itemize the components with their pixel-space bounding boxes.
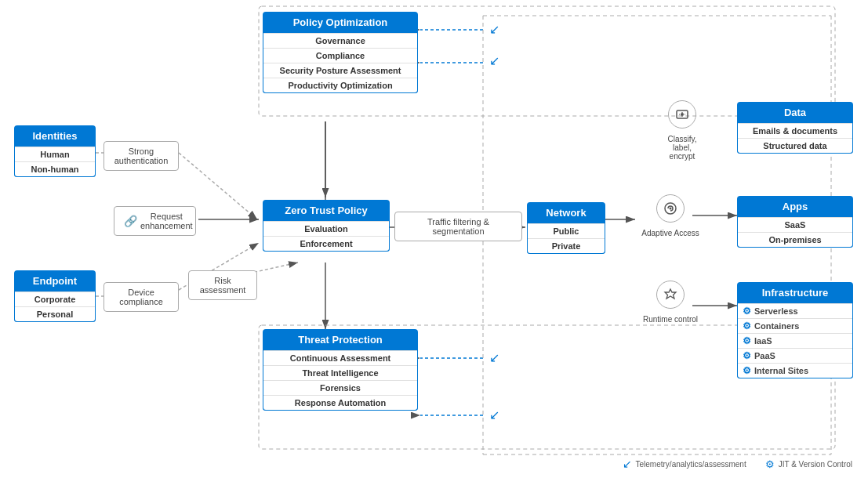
telemetry-icon-4: ↙	[489, 407, 499, 422]
data-item-structured: Structured data	[738, 138, 852, 153]
infra-item-internalsites: ⚙ Internal Sites	[738, 363, 852, 378]
network-box: Network Public Private	[527, 202, 605, 254]
network-title: Network	[527, 202, 605, 223]
telemetry-icon-3: ↙	[489, 350, 499, 365]
policy-item-security-posture: Security Posture Assessment	[263, 63, 417, 78]
infra-item-iaas: ⚙ IaaS	[738, 333, 852, 348]
runtime-control-box: Runtime control	[639, 281, 702, 324]
adaptive-access-icon	[656, 194, 685, 223]
threat-item-forensics: Forensics	[263, 380, 417, 395]
apps-item-onprem: On-premises	[738, 232, 852, 247]
threat-protection-items: Continuous Assessment Threat Intelligenc…	[263, 350, 418, 411]
request-enhancement-label: 🔗 Request enhancement	[114, 206, 196, 236]
jit-icon-iaas: ⚙	[743, 335, 751, 346]
jit-icon-serverless: ⚙	[743, 306, 751, 317]
infra-item-paas: ⚙ PaaS	[738, 348, 852, 363]
threat-protection-title: Threat Protection	[263, 329, 418, 350]
legend: ↙ Telemetry/analytics/assessment ⚙ JIT &…	[623, 458, 852, 470]
policy-optimization-box: Policy Optimization Governance Complianc…	[263, 12, 418, 93]
policy-optimization-title: Policy Optimization	[263, 12, 418, 33]
zero-trust-item-enforcement: Enforcement	[263, 236, 389, 251]
network-item-private: Private	[528, 238, 605, 253]
zero-trust-items: Evaluation Enforcement	[263, 221, 390, 252]
telemetry-icon-2: ↙	[489, 53, 499, 68]
identities-title: Identities	[14, 125, 96, 147]
endpoint-title: Endpoint	[14, 270, 96, 292]
infra-item-containers: ⚙ Containers	[738, 318, 852, 333]
svg-point-28	[670, 208, 672, 210]
identities-item-nonhuman: Non-human	[15, 161, 95, 176]
apps-items: SaaS On-premises	[737, 217, 853, 248]
device-compliance-label: Device compliance	[104, 282, 179, 312]
infrastructure-title: Infrastructure	[737, 282, 853, 303]
zero-trust-item-evaluation: Evaluation	[263, 221, 389, 236]
data-items: Emails & documents Structured data	[737, 123, 853, 154]
infrastructure-box: Infrastructure ⚙ Serverless ⚙ Containers…	[737, 282, 853, 378]
jit-icon-paas: ⚙	[743, 350, 751, 361]
jit-icon-internalsites: ⚙	[743, 365, 751, 376]
policy-item-governance: Governance	[263, 33, 417, 48]
threat-item-continuous: Continuous Assessment	[263, 350, 417, 365]
adaptive-access-box: Adaptive Access	[639, 194, 702, 237]
endpoint-item-personal: Personal	[15, 306, 95, 321]
policy-item-compliance: Compliance	[263, 48, 417, 63]
identities-items: Human Non-human	[14, 147, 96, 177]
endpoint-item-corporate: Corporate	[15, 292, 95, 306]
network-items: Public Private	[527, 223, 605, 254]
data-title: Data	[737, 102, 853, 123]
apps-title: Apps	[737, 196, 853, 217]
policy-item-productivity: Productivity Optimization	[263, 78, 417, 92]
telemetry-legend-icon: ↙	[623, 458, 632, 470]
endpoint-box: Endpoint Corporate Personal	[14, 270, 96, 322]
diagram-container: Identities Human Non-human Endpoint Corp…	[0, 0, 868, 478]
data-box: Data Emails & documents Structured data	[737, 102, 853, 154]
svg-point-27	[681, 113, 684, 116]
threat-item-response: Response Automation	[263, 395, 417, 410]
apps-box: Apps SaaS On-premises	[737, 196, 853, 248]
endpoint-items: Corporate Personal	[14, 292, 96, 322]
infra-item-serverless: ⚙ Serverless	[738, 303, 852, 318]
classify-icon	[668, 100, 696, 129]
telemetry-icon-1: ↙	[489, 22, 499, 37]
identities-item-human: Human	[15, 147, 95, 161]
infrastructure-items: ⚙ Serverless ⚙ Containers ⚙ IaaS ⚙ PaaS …	[737, 303, 853, 378]
data-item-emails: Emails & documents	[738, 123, 852, 138]
request-icon: 🔗	[124, 215, 137, 227]
jit-legend-icon: ⚙	[765, 458, 775, 470]
threat-item-intelligence: Threat Intelligence	[263, 365, 417, 380]
jit-icon-containers: ⚙	[743, 320, 751, 331]
telemetry-legend: ↙ Telemetry/analytics/assessment	[623, 458, 746, 470]
risk-assessment-label: Risk assessment	[188, 270, 257, 300]
zero-trust-box: Zero Trust Policy Evaluation Enforcement	[263, 200, 390, 252]
traffic-filtering-label: Traffic filtering & segmentation	[394, 212, 522, 241]
threat-protection-box: Threat Protection Continuous Assessment …	[263, 329, 418, 411]
network-item-public: Public	[528, 223, 605, 238]
jit-legend: ⚙ JIT & Version Control	[765, 458, 852, 470]
identities-box: Identities Human Non-human	[14, 125, 96, 177]
classify-label-encrypt-box: Classify, label, encrypt	[651, 100, 714, 161]
policy-optimization-items: Governance Compliance Security Posture A…	[263, 33, 418, 93]
apps-item-saas: SaaS	[738, 217, 852, 232]
runtime-control-icon	[656, 281, 685, 309]
zero-trust-title: Zero Trust Policy	[263, 200, 390, 221]
strong-auth-label: Strong authentication	[104, 141, 179, 171]
